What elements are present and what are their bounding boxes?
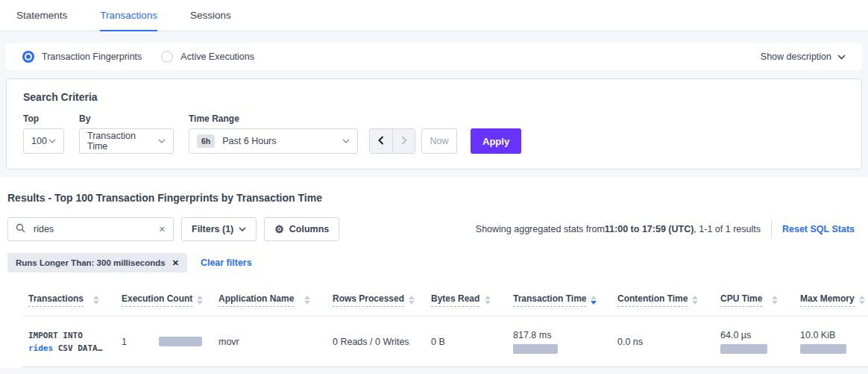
divider — [771, 219, 772, 239]
filters-button[interactable]: Filters (1) — [181, 217, 257, 241]
sort-icon[interactable] — [197, 296, 203, 305]
next-time-range-button[interactable] — [392, 129, 415, 153]
column-header-application-name[interactable]: Application Name — [213, 284, 327, 317]
cell-bytes-read: 0 B — [425, 317, 507, 367]
columns-button-label: Columns — [289, 224, 329, 234]
cell-rows-processed: 0 Reads / 0 Writes — [327, 317, 425, 367]
table-header-row: Transactions Execution Count Application… — [22, 284, 868, 317]
show-description-label: Show description — [761, 52, 831, 62]
filters-button-label: Filters (1) — [192, 224, 233, 234]
results-heading: Results - Top 100 Transaction Fingerprin… — [7, 192, 861, 204]
clear-filters-link[interactable]: Clear filters — [201, 258, 252, 268]
table-search-input[interactable] — [32, 223, 159, 235]
column-header-cpu-time[interactable]: CPU Time — [714, 284, 794, 317]
radio-label: Transaction Fingerprints — [42, 52, 142, 62]
sort-icon[interactable] — [859, 296, 865, 305]
radio-active-executions[interactable]: Active Executions — [161, 51, 254, 63]
radio-transaction-fingerprints[interactable]: Transaction Fingerprints — [22, 51, 142, 63]
view-toggle-card: Transaction Fingerprints Active Executio… — [6, 43, 862, 70]
cell-application-name: movr — [213, 317, 327, 367]
transaction-time-bar — [513, 344, 558, 354]
sort-icon[interactable] — [409, 296, 415, 305]
column-header-rows-processed[interactable]: Rows Processed — [327, 284, 425, 317]
by-select[interactable]: Transaction Time — [79, 128, 174, 154]
chevron-down-icon — [342, 139, 350, 143]
by-field: By Transaction Time — [79, 113, 174, 154]
cell-cpu-time: 64.0 µs — [714, 317, 794, 367]
by-label: By — [79, 113, 174, 124]
chevron-down-icon — [239, 227, 246, 231]
columns-button[interactable]: ⚙ Columns — [264, 217, 339, 241]
results-controls-row: ✕ Filters (1) ⚙ Columns Showing aggregat… — [7, 217, 861, 241]
time-range-value: Past 6 Hours — [222, 136, 276, 146]
time-range-label: Time Range — [189, 113, 358, 124]
cell-contention-time: 0.0 ns — [611, 317, 714, 367]
apply-button[interactable]: Apply — [471, 128, 521, 154]
gear-icon: ⚙ — [274, 224, 284, 234]
filters-area: Transaction Fingerprints Active Executio… — [0, 31, 868, 177]
transactions-table: Transactions Execution Count Application… — [22, 284, 868, 367]
clear-search-icon[interactable]: ✕ — [159, 225, 166, 234]
sort-icon-active-desc[interactable] — [591, 296, 597, 305]
column-header-transactions[interactable]: Transactions — [22, 284, 116, 317]
show-description-toggle[interactable]: Show description — [761, 52, 846, 62]
sort-icon[interactable] — [772, 296, 778, 305]
search-criteria-title: Search Criteria — [23, 91, 845, 103]
max-memory-bar — [800, 344, 846, 354]
radio-label: Active Executions — [180, 52, 254, 62]
now-button[interactable]: Now — [421, 128, 457, 154]
radio-unselected-icon — [161, 51, 173, 63]
top-value: 100 — [31, 136, 47, 146]
top-field: Top 100 — [23, 113, 64, 154]
column-header-bytes-read[interactable]: Bytes Read — [425, 284, 507, 317]
prev-time-range-button[interactable] — [370, 129, 392, 153]
search-icon — [16, 222, 25, 236]
sql-activity-tabbar: Statements Transactions Sessions — [0, 0, 868, 31]
sort-icon[interactable] — [93, 296, 99, 305]
top-label: Top — [23, 113, 64, 124]
transaction-fingerprint-link[interactable]: IMPORT INTO rides CSV DATA… — [28, 329, 110, 355]
filter-pill: Runs Longer Than: 300 milliseconds ✕ — [7, 253, 187, 272]
table-row: IMPORT INTO rides CSV DATA… 1 movr 0 Rea… — [22, 317, 868, 367]
top-select[interactable]: 100 — [23, 128, 64, 154]
radio-selected-icon — [22, 51, 34, 63]
cell-transaction-fingerprint: IMPORT INTO rides CSV DATA… — [22, 317, 116, 367]
aggregated-stats-text: Showing aggregated stats from 11:00 to 1… — [476, 219, 861, 239]
cell-transaction-time: 817.8 ms — [507, 317, 611, 367]
stats-time-range: 11:00 to 17:59 (UTC) — [605, 224, 694, 234]
cpu-time-bar — [720, 344, 767, 354]
remove-filter-icon[interactable]: ✕ — [172, 259, 179, 267]
chevron-right-icon — [401, 136, 407, 147]
time-range-select[interactable]: 6h Past 6 Hours — [189, 128, 358, 154]
cell-max-memory: 10.0 KiB — [794, 317, 868, 367]
time-range-badge: 6h — [197, 134, 215, 148]
chevron-down-icon — [48, 139, 56, 143]
search-match-highlight: rides — [28, 343, 53, 353]
column-header-transaction-time[interactable]: Transaction Time — [507, 284, 611, 317]
tab-statements[interactable]: Statements — [16, 0, 67, 31]
column-header-max-memory[interactable]: Max Memory — [794, 284, 868, 317]
by-value: Transaction Time — [87, 131, 158, 152]
column-header-execution-count[interactable]: Execution Count — [116, 284, 213, 317]
table-search-box: ✕ — [7, 217, 174, 241]
search-criteria-card: Search Criteria Top 100 By Transaction T… — [6, 78, 862, 169]
execution-count-bar — [159, 337, 202, 346]
sort-icon[interactable] — [304, 296, 310, 305]
cell-execution-count: 1 — [116, 317, 213, 367]
filter-pill-label: Runs Longer Than: 300 milliseconds — [16, 258, 166, 267]
page-background-strip — [0, 368, 868, 374]
chevron-down-icon — [158, 139, 166, 143]
tab-sessions[interactable]: Sessions — [190, 0, 231, 31]
sort-icon[interactable] — [485, 296, 491, 305]
tab-transactions[interactable]: Transactions — [100, 0, 157, 31]
chevron-left-icon — [378, 136, 384, 147]
reset-sql-stats-link[interactable]: Reset SQL Stats — [782, 224, 855, 234]
applied-filters-row: Runs Longer Than: 300 milliseconds ✕ Cle… — [7, 253, 861, 272]
sort-icon[interactable] — [692, 296, 698, 305]
results-section: Results - Top 100 Transaction Fingerprin… — [0, 177, 868, 367]
time-range-field: Time Range 6h Past 6 Hours — [189, 113, 358, 154]
time-range-nav — [369, 128, 415, 154]
column-header-contention-time[interactable]: Contention Time — [611, 284, 714, 317]
chevron-down-icon — [837, 52, 846, 62]
